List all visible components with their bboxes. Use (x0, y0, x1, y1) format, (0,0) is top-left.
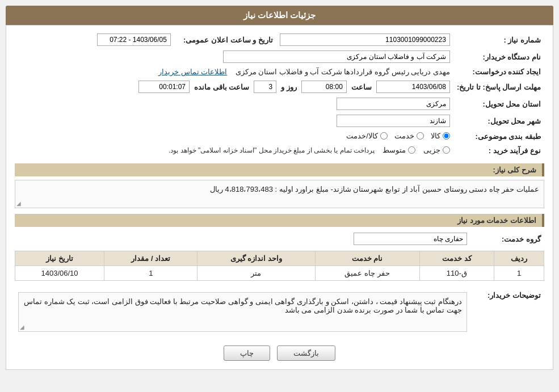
city-input[interactable] (337, 115, 450, 127)
service-group-label: گروه خدمت: (470, 230, 544, 247)
process-label: نوع فرآیند خرید : (453, 144, 544, 158)
cell-need-date: 1403/06/10 (15, 266, 104, 281)
deadline-date-input[interactable] (376, 81, 450, 93)
page-title: جزئیات اطلاعات نیاز (243, 10, 316, 20)
col-need-date: تاریخ نیاز (15, 251, 104, 266)
deadline-days-input[interactable] (254, 81, 276, 93)
province-input[interactable] (337, 98, 450, 110)
process-motavaset[interactable]: متوسط (383, 146, 415, 154)
back-button[interactable]: بازگشت (277, 345, 335, 361)
need-number-input[interactable] (280, 33, 450, 46)
need-desc-text: عملیات حفر چاه دستی روستای حسین آباد از … (210, 185, 539, 193)
services-section-title: اطلاعات خدمات مورد نیاز (15, 214, 544, 227)
creator-label: ایجاد کننده درخواست: (453, 65, 544, 78)
need-number-label: شماره نیاز : (453, 31, 544, 48)
city-label: شهر محل تحویل: (453, 112, 544, 129)
buyer-notes-label: توضیحات خریدار: (470, 286, 544, 338)
announcement-input[interactable] (97, 33, 171, 46)
cell-service-name: حفر چاه عمیق (315, 266, 419, 281)
cell-service-code: ق-110 (419, 266, 494, 281)
buyer-notes-box: درهنگام ثبت پیشنهاد قیمت ، داشتن، اسکن و… (18, 292, 467, 332)
col-quantity: تعداد / مقدار (104, 251, 197, 266)
col-unit: واحد اندازه گیری (197, 251, 315, 266)
resize-icon: ◢ (16, 200, 21, 206)
services-table: ردیف کد خدمت نام خدمت واحد اندازه گیری ت… (15, 251, 544, 281)
print-button[interactable]: چاپ (224, 345, 270, 361)
buyer-name-input[interactable] (223, 50, 450, 63)
cell-row-num: 1 (494, 266, 544, 281)
province-label: استان محل تحویل: (453, 95, 544, 112)
process-jozii[interactable]: جزیی (423, 146, 450, 154)
announcement-label: تاریخ و ساعت اعلان عمومی: (174, 31, 276, 48)
category-kala[interactable]: کالا (431, 132, 450, 140)
category-label: طبقه بندی موضوعی: (453, 129, 544, 144)
creator-contact-link[interactable]: اطلاعات تماس خریدار (158, 68, 227, 76)
creator-value: مهدی دریایی رئیس گروه قراردادها شرکت آب … (236, 68, 450, 76)
deadline-label: مهلت ارسال پاسخ: تا تاریخ: (453, 78, 544, 95)
category-khedmat[interactable]: خدمت (394, 132, 424, 140)
page-header: جزئیات اطلاعات نیاز (6, 6, 553, 25)
deadline-remaining-label: ساعت باقی مانده (194, 83, 249, 91)
cell-unit: متر (197, 266, 315, 281)
buyer-notes-text: درهنگام ثبت پیشنهاد قیمت ، داشتن، اسکن و… (24, 297, 462, 314)
service-group-input[interactable] (354, 233, 467, 245)
col-row-num: ردیف (494, 251, 544, 266)
resize-icon-2: ◢ (20, 324, 24, 330)
button-row: بازگشت چاپ (15, 345, 544, 361)
buyer-name-label: نام دستگاه خریدار: (453, 48, 544, 65)
deadline-time-input[interactable] (301, 81, 347, 93)
cell-quantity: 1 (104, 266, 197, 281)
table-row: 1 ق-110 حفر چاه عمیق متر 1 1403/06/10 (15, 266, 544, 281)
need-desc-section-title: شرح کلی نیاز: (15, 163, 544, 176)
need-desc-box: عملیات حفر چاه دستی روستای حسین آباد از … (15, 180, 544, 208)
deadline-time-label: ساعت (351, 83, 372, 91)
col-service-name: نام خدمت (315, 251, 419, 266)
process-note: پرداخت تمام یا بخشی از مبلغ خریداز محل "… (169, 146, 375, 154)
col-service-code: کد خدمت (419, 251, 494, 266)
category-kala-khedmat[interactable]: کالا/خدمت (346, 132, 388, 140)
deadline-remaining-input[interactable] (138, 81, 190, 93)
deadline-day-label: روز و (281, 83, 297, 91)
